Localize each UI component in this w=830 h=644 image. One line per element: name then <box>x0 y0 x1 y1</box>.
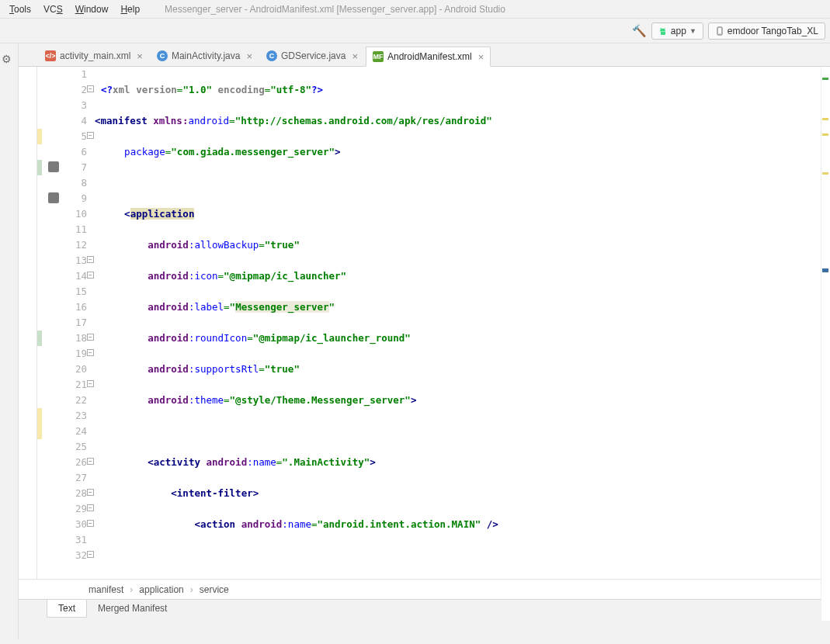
svg-point-1 <box>719 33 720 34</box>
close-icon[interactable]: × <box>246 50 252 62</box>
breadcrumb-item[interactable]: manifest <box>89 584 123 595</box>
left-tool-strip <box>0 43 19 644</box>
class-file-icon: C <box>157 50 168 61</box>
menu-window[interactable]: Window <box>69 2 115 16</box>
chevron-right-icon: › <box>130 584 133 595</box>
left-margin <box>19 67 37 579</box>
tab-text[interactable]: Text <box>47 600 87 618</box>
class-file-icon: C <box>266 50 277 61</box>
menu-vcs[interactable]: VCS <box>37 2 69 16</box>
menu-tools[interactable]: Tools <box>3 2 37 16</box>
gear-icon[interactable]: ⚙ <box>2 53 12 65</box>
tab-merged-manifest[interactable]: Merged Manifest <box>87 600 178 617</box>
tab-activity-main[interactable]: </> activity_main.xml × <box>39 46 149 66</box>
chevron-right-icon: › <box>190 584 193 595</box>
code-content[interactable]: <?xml version="1.0" encoding="utf-8"?> <… <box>95 67 830 579</box>
window-title: Messenger_server - AndroidManifest.xml [… <box>165 4 505 15</box>
chevron-down-icon: ▼ <box>689 27 696 35</box>
breadcrumb-item[interactable]: service <box>200 584 229 595</box>
file-tabs-bar: </> activity_main.xml × C MainActivity.j… <box>19 43 830 67</box>
tab-mainactivity[interactable]: C MainActivity.java × <box>151 46 259 66</box>
editor-area: 1 2− 3 4 5− 6 7 8 9 10 11 12 13− 14− 15 … <box>19 67 830 621</box>
menu-help[interactable]: Help <box>114 2 146 16</box>
close-icon[interactable]: × <box>137 50 143 62</box>
breadcrumb-item[interactable]: application <box>139 584 183 595</box>
run-config-dropdown[interactable]: app ▼ <box>651 23 703 40</box>
build-icon[interactable]: 🔨 <box>632 24 647 38</box>
manifest-file-icon: MF <box>373 51 384 62</box>
device-dropdown[interactable]: emdoor TangoTab_XL <box>708 23 825 40</box>
breadcrumb[interactable]: manifest › application › service <box>19 579 830 599</box>
code-editor[interactable]: 1 2− 3 4 5− 6 7 8 9 10 11 12 13− 14− 15 … <box>19 67 830 579</box>
xml-file-icon: </> <box>45 50 56 61</box>
toolbar: 🔨 app ▼ emdoor TangoTab_XL <box>0 19 830 43</box>
image-gutter-icon[interactable] <box>48 161 59 172</box>
close-icon[interactable]: × <box>352 50 358 62</box>
menu-bar[interactable]: Tools VCS Window Help Messenger_server -… <box>0 0 830 19</box>
tab-androidmanifest[interactable]: MF AndroidManifest.xml × <box>366 47 491 67</box>
close-icon[interactable]: × <box>478 51 484 63</box>
error-stripe[interactable] <box>821 67 830 579</box>
image-gutter-icon[interactable] <box>48 192 59 203</box>
status-bar <box>0 639 830 644</box>
tab-gdservice[interactable]: C GDService.java × <box>260 46 364 66</box>
line-numbers: 1 2− 3 4 5− 6 7 8 9 10 11 12 13− 14− 15 … <box>42 67 95 579</box>
editor-bottom-tabs: Text Merged Manifest <box>19 599 830 621</box>
